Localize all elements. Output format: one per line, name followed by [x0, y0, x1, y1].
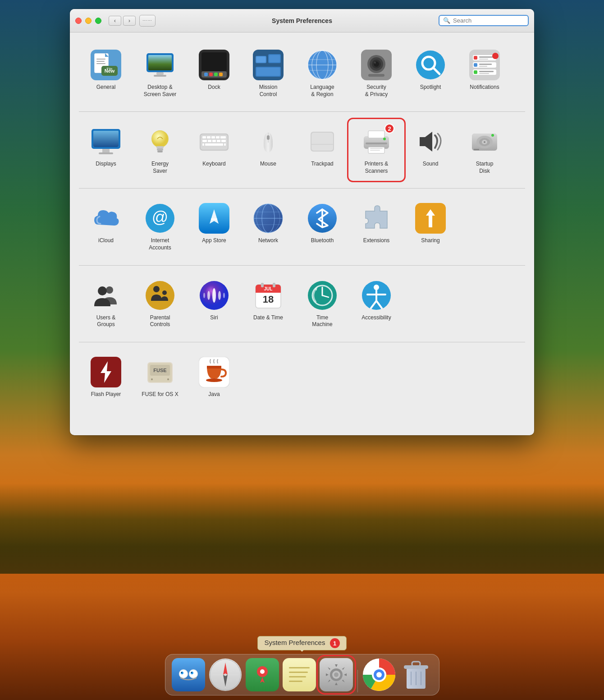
- pref-item-energy[interactable]: EnergySaver: [133, 120, 187, 180]
- pref-label-dock: Dock: [208, 84, 220, 91]
- pref-icon-language: [306, 49, 339, 81]
- mouse-icon: [253, 126, 284, 157]
- pref-item-icloud[interactable]: iCloud: [79, 197, 133, 257]
- pref-item-network[interactable]: Network: [241, 197, 295, 257]
- svg-point-155: [167, 378, 169, 380]
- maximize-button[interactable]: [95, 18, 101, 24]
- svg-rect-74: [207, 136, 210, 138]
- dock-item-chrome[interactable]: [361, 657, 397, 692]
- dock-item-notes[interactable]: [282, 657, 317, 692]
- pref-item-accessibility[interactable]: Accessibility: [349, 274, 403, 334]
- pref-item-notifications[interactable]: Notifications: [458, 43, 512, 103]
- pref-item-keyboard[interactable]: Keyboard: [187, 120, 241, 180]
- pref-item-users[interactable]: Users &Groups: [79, 274, 133, 334]
- svg-rect-57: [479, 71, 494, 72]
- pref-label-printers: Printers &Scanners: [365, 161, 389, 175]
- pref-icon-keyboard: [198, 125, 230, 158]
- dock-item-safari[interactable]: [208, 657, 243, 692]
- close-button[interactable]: [75, 18, 82, 24]
- pref-item-general[interactable]: New File General: [79, 43, 133, 103]
- pref-item-displays[interactable]: Displays: [79, 120, 133, 180]
- pref-item-language[interactable]: Language& Region: [295, 43, 349, 103]
- svg-rect-64: [102, 149, 110, 152]
- svg-rect-53: [479, 64, 492, 65]
- extensions-icon: [361, 203, 392, 234]
- svg-point-163: [181, 672, 183, 674]
- section-other: Flash Player FUSE: [79, 347, 525, 407]
- pref-icon-accessibility: [360, 279, 393, 312]
- search-box[interactable]: 🔍: [439, 15, 529, 26]
- svg-rect-70: [157, 151, 163, 152]
- svg-rect-26: [269, 55, 280, 62]
- pref-label-java: Java: [208, 391, 220, 398]
- pref-icon-mission-control: [252, 49, 284, 81]
- dock-item-maps[interactable]: [245, 657, 280, 692]
- svg-rect-13: [156, 72, 164, 75]
- pref-label-keyboard: Keyboard: [202, 161, 225, 168]
- pref-icon-trackpad: [306, 125, 339, 158]
- svg-point-43: [416, 51, 445, 79]
- forward-button[interactable]: ›: [123, 16, 136, 26]
- svg-rect-73: [202, 136, 206, 138]
- minimize-button[interactable]: [85, 18, 92, 24]
- keyboard-icon: [199, 126, 229, 157]
- svg-rect-158: [172, 658, 205, 691]
- pref-item-dock[interactable]: Dock: [187, 43, 241, 103]
- pref-item-app-store[interactable]: App Store: [187, 197, 241, 257]
- bluetooth-icon: [307, 203, 338, 234]
- pref-item-trackpad[interactable]: Trackpad: [295, 120, 349, 180]
- svg-rect-136: [261, 283, 264, 287]
- svg-rect-79: [208, 140, 211, 142]
- svg-point-161: [180, 670, 187, 677]
- svg-rect-5: [96, 63, 105, 64]
- pref-item-mouse[interactable]: Mouse: [241, 120, 295, 180]
- pref-icon-security: [360, 49, 393, 81]
- dock-tooltip-badge: 1: [330, 638, 340, 648]
- security-icon: [361, 50, 392, 80]
- pref-item-flash[interactable]: Flash Player: [79, 350, 133, 404]
- dock-separator: [357, 670, 358, 692]
- pref-grid-system: Users &Groups: [79, 270, 525, 337]
- pref-label-bluetooth: Bluetooth: [311, 237, 334, 244]
- pref-item-startup[interactable]: StartupDisk: [458, 120, 512, 180]
- dock-item-sysprefs[interactable]: [319, 657, 354, 692]
- pref-item-mission-control[interactable]: MissionControl: [241, 43, 295, 103]
- pref-item-sound[interactable]: Sound: [403, 120, 458, 180]
- pref-label-language: Language& Region: [310, 84, 334, 98]
- search-input[interactable]: [453, 17, 525, 24]
- svg-point-188: [376, 672, 382, 677]
- pref-item-timemachine[interactable]: TimeMachine: [295, 274, 349, 334]
- back-button[interactable]: ‹: [109, 16, 121, 26]
- pref-item-spotlight[interactable]: Spotlight: [403, 43, 458, 103]
- timemachine-icon: [307, 280, 338, 311]
- pref-item-fuse[interactable]: FUSE FUSE for OS X: [133, 350, 187, 404]
- language-icon: [307, 50, 338, 80]
- pref-item-parental[interactable]: ParentalControls: [133, 274, 187, 334]
- nav-buttons: ‹ ›: [109, 16, 136, 26]
- pref-item-datetime[interactable]: JUL 18 Date & Time: [241, 274, 295, 334]
- pref-item-security[interactable]: Security& Privacy: [349, 43, 403, 103]
- pref-item-printers[interactable]: 2: [349, 120, 403, 180]
- pref-item-internet-accounts[interactable]: @ InternetAccounts: [133, 197, 187, 257]
- finder-icon: [172, 658, 205, 691]
- pref-item-java[interactable]: Java: [187, 350, 241, 404]
- pref-item-desktop[interactable]: Desktop &Screen Saver: [133, 43, 187, 103]
- svg-rect-98: [370, 150, 380, 151]
- pref-label-notifications: Notifications: [470, 84, 499, 91]
- svg-rect-95: [366, 143, 387, 144]
- svg-rect-177: [289, 667, 310, 668]
- pref-item-extensions[interactable]: Extensions: [349, 197, 403, 257]
- svg-point-157: [206, 378, 222, 382]
- pref-icon-sharing: [414, 202, 447, 235]
- dock-item-finder[interactable]: [171, 657, 206, 692]
- svg-rect-19: [209, 73, 213, 76]
- dock-item-trash[interactable]: [398, 657, 434, 692]
- dock-tooltip-text: System Preferences: [264, 639, 325, 646]
- pref-item-sharing[interactable]: Sharing: [403, 197, 458, 257]
- pref-item-siri[interactable]: Siri: [187, 274, 241, 334]
- pref-icon-startup: [468, 125, 501, 158]
- svg-rect-68: [156, 146, 164, 148]
- pref-item-bluetooth[interactable]: Bluetooth: [295, 197, 349, 257]
- grid-view-button[interactable]: ⋯⋯: [139, 15, 156, 27]
- svg-rect-97: [370, 148, 383, 149]
